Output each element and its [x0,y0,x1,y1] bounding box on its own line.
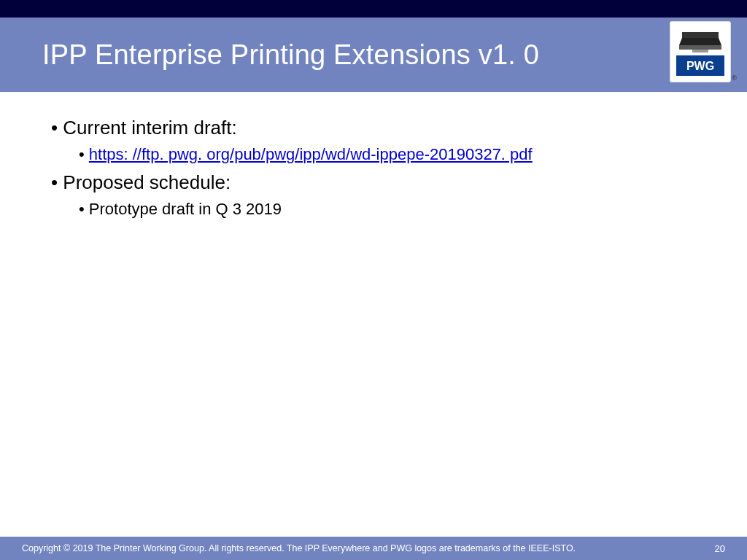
registered-mark: ® [732,74,737,82]
bullet-proposed-schedule: Proposed schedule: [51,171,703,194]
slide: IPP Enterprise Printing Extensions v1. 0… [0,0,747,560]
svg-marker-2 [679,38,721,45]
page-number: 20 [715,543,725,554]
top-accent-bar [0,0,747,18]
svg-rect-1 [682,32,719,38]
svg-rect-3 [679,45,721,50]
printer-icon: PWG [676,28,724,76]
content-area: Current interim draft: https: //ftp. pwg… [51,117,703,226]
pwg-logo: PWG [670,22,730,82]
bullet-current-interim-draft: Current interim draft: [51,117,703,139]
slide-title: IPP Enterprise Printing Extensions v1. 0 [0,39,539,71]
bullet-prototype-draft: Prototype draft in Q 3 2019 [79,200,703,219]
copyright-text: Copyright © 2019 The Printer Working Gro… [22,543,715,553]
svg-rect-4 [692,50,708,52]
draft-url-link[interactable]: https: //ftp. pwg. org/pub/pwg/ipp/wd/wd… [89,145,533,163]
bullet-draft-link: https: //ftp. pwg. org/pub/pwg/ipp/wd/wd… [79,145,703,164]
title-bar: IPP Enterprise Printing Extensions v1. 0 [0,18,747,92]
logo-text: PWG [686,60,714,72]
footer-bar: Copyright © 2019 The Printer Working Gro… [0,537,747,560]
